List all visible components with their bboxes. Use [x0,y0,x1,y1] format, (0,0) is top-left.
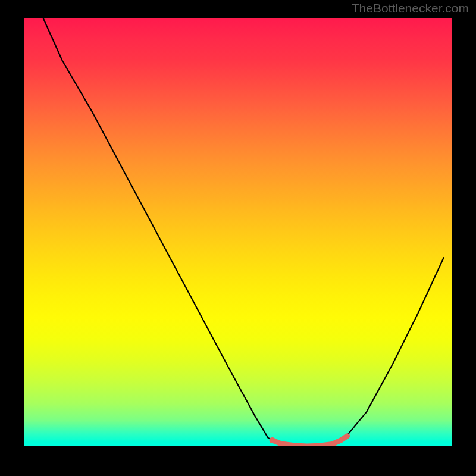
plot-area [24,18,452,446]
curve-svg [24,18,452,446]
watermark-text: TheBottlenecker.com [352,1,469,15]
valley-highlight [273,436,347,446]
valley-highlight-start-dot [270,437,275,443]
bottleneck-curve [43,18,443,446]
chart-container: TheBottlenecker.com [0,0,476,476]
